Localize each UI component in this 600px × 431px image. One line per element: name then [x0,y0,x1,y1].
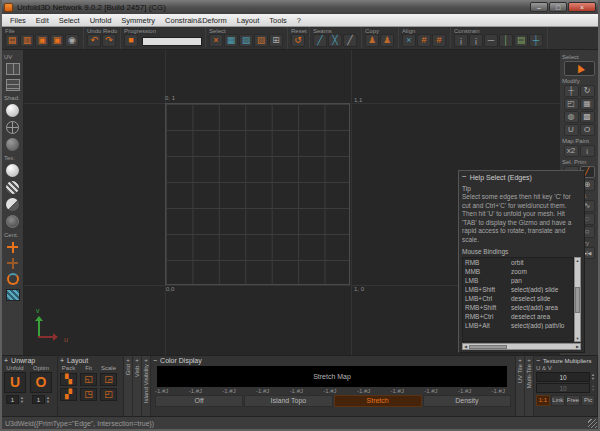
menu-layout[interactable]: Layout [232,16,265,25]
unpin-icon[interactable]: ¡ [469,34,483,47]
fit-selected-icon[interactable]: ◳ [80,388,97,401]
scale-selected-icon[interactable]: ◰ [100,388,117,401]
scroll-right-icon[interactable]: ▶ [576,344,579,349]
link-button[interactable]: Link [551,395,565,406]
align-horizontal-icon[interactable]: # [417,34,431,47]
save-icon[interactable]: ▣ [35,34,49,47]
menu-help[interactable]: ? [292,16,306,25]
clear-selection-icon[interactable]: × [209,34,223,47]
constrain-cross-icon[interactable]: ┼ [529,34,543,47]
scroll-thumb[interactable] [575,287,580,313]
minimize-button[interactable]: – [530,2,548,12]
unfold-icon[interactable]: U [4,372,26,393]
help-collapse-icon[interactable]: − [462,173,467,181]
sphere-project-icon[interactable]: ◍ [564,111,579,123]
unfold-iterations-stepper[interactable]: ▲▼ [20,395,24,404]
stop-icon[interactable]: ■ [124,34,138,47]
rotate-view-icon[interactable] [7,273,19,285]
align-cross-icon[interactable]: × [402,34,416,47]
unfold-tool-icon[interactable]: U [564,124,579,136]
import-icon[interactable]: ▥ [20,34,34,47]
unfold-iterations-field[interactable]: 1 [6,395,19,404]
seam-brush-icon[interactable]: ╱ [313,34,327,47]
shaded-sphere-icon[interactable] [6,104,19,117]
grid-all-icon[interactable]: ⊞ [269,34,283,47]
menu-select[interactable]: Select [54,16,85,25]
tab-island-visibility[interactable]: + Island Visibility [142,356,151,416]
menu-files[interactable]: Files [5,16,31,25]
v-multiplier-field[interactable]: 10 [536,383,590,393]
texture-multipliers-collapse-icon[interactable]: − [536,357,540,364]
move-icon[interactable]: ┼ [564,85,579,97]
bindings-horizontal-scrollbar[interactable]: ◀ ▶ [462,343,581,350]
custom-texture-icon[interactable] [6,215,19,228]
center-pivot-icon[interactable] [6,241,20,253]
menu-constrain-deform[interactable]: Constrain&Deform [160,16,232,25]
constrain-vertical-icon[interactable]: │ [499,34,513,47]
menu-symmetry[interactable]: Symmetry [116,16,160,25]
tab-multi-tile[interactable]: + Multi-Tile [525,356,534,416]
screenshot-icon[interactable]: ◉ [65,34,79,47]
textured-sphere-icon[interactable] [6,138,19,151]
pack-selected-icon[interactable]: ▞ [60,388,77,401]
open-file-icon[interactable]: ▤ [5,34,19,47]
optim-iterations-field[interactable]: 1 [32,395,45,404]
optim-iterations-stepper[interactable]: ▲▼ [46,395,50,404]
copy-uv-icon[interactable]: ♟ [365,34,379,47]
free-button[interactable]: Free [566,395,580,406]
undo-icon[interactable]: ↶ [87,34,101,47]
tab-uv-tile[interactable]: + UV Tile [516,356,525,416]
save-as-icon[interactable]: ▣ [50,34,64,47]
seam-edit-icon[interactable]: ╱ [343,34,357,47]
menu-edit[interactable]: Edit [31,16,54,25]
optimize-icon[interactable]: O [30,372,52,393]
bindings-vertical-scrollbar[interactable]: ▲ ▼ [574,257,581,342]
wire-sphere-icon[interactable] [6,121,19,134]
layout-view-icon[interactable] [6,79,20,91]
tab-visibility[interactable]: + Visb. [133,356,142,416]
constrain-grid-icon[interactable]: ▤ [514,34,528,47]
scroll-left-icon[interactable]: ◀ [464,344,467,349]
seam-cut-icon[interactable]: ╳ [328,34,342,47]
fit-icon[interactable]: ◱ [80,373,97,386]
ratio-1-1-button[interactable]: 1:1 [536,395,550,406]
pin-brush-icon[interactable]: ¡ [580,145,595,157]
color-display-collapse-icon[interactable]: − [153,357,157,364]
u-multiplier-field[interactable]: 10 [536,372,590,382]
reset-icon[interactable]: ↺ [291,34,305,47]
checker-texture-icon[interactable] [6,181,19,194]
copy-island-icon[interactable]: ◰ [564,98,579,110]
stack-islands-icon[interactable]: ▦ [580,98,595,110]
color-mode-stretch-button[interactable]: Stretch [334,395,422,407]
constrain-horizontal-icon[interactable]: ─ [484,34,498,47]
box-select-icon[interactable]: ▦ [224,34,238,47]
color-mode-off-button[interactable]: Off [155,395,243,407]
resize-grip[interactable] [588,419,597,428]
scroll-up-icon[interactable]: ▲ [576,258,580,263]
menu-unfold[interactable]: Unfold [85,16,117,25]
color-mode-island-topo-button[interactable]: Island Topo [244,395,332,407]
u-multiplier-stepper[interactable]: ▲▼ [591,373,595,381]
menu-tools[interactable]: Tools [264,16,292,25]
optimize-tool-icon[interactable]: O [580,124,595,136]
white-texture-icon[interactable] [6,164,19,177]
pack-icon[interactable]: ▚ [60,373,77,386]
maximize-button[interactable]: □ [549,2,567,12]
select-tool-button[interactable]: ▶ [564,61,595,76]
scroll-down-icon[interactable]: ▼ [576,336,580,341]
invert-select-icon[interactable]: ▨ [239,34,253,47]
pin-icon[interactable]: ¡ [454,34,468,47]
align-vertical-icon[interactable]: # [432,34,446,47]
checker-map-icon[interactable] [6,289,20,301]
x2-multiplier-button[interactable]: x2 [564,145,579,157]
close-button[interactable]: × [568,2,596,12]
half-texture-icon[interactable] [6,198,19,211]
select-island-icon[interactable]: ▧ [254,34,268,47]
center-selection-icon[interactable] [6,257,20,269]
grid-snap-icon[interactable]: ▩ [580,111,595,123]
tab-grid[interactable]: + Grid [124,356,133,416]
dual-view-icon[interactable] [6,63,20,75]
pic-button[interactable]: Pic [581,395,595,406]
redo-icon[interactable]: ↷ [102,34,116,47]
scale-icon[interactable]: ◲ [100,373,117,386]
